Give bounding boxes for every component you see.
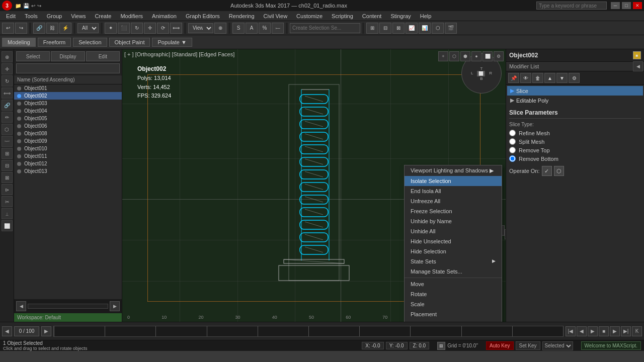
move-button[interactable]: ✛ [144, 23, 156, 34]
ctx-unhide-by-name[interactable]: Unhide by Name [405, 216, 502, 226]
link-button[interactable]: 🔗 [33, 23, 45, 34]
menu-views[interactable]: Views [67, 12, 90, 20]
menu-rendering[interactable]: Rendering [225, 12, 259, 20]
grid-icon[interactable]: ⊞ [437, 342, 445, 350]
vp-add-btn[interactable]: + [438, 51, 448, 61]
tab-selection[interactable]: Selection [73, 38, 107, 47]
menu-scripting[interactable]: Scripting [328, 12, 357, 20]
mod-enable-btn[interactable]: 👁 [520, 73, 531, 83]
radio-remove-bottom[interactable]: Remove Bottom [509, 154, 641, 163]
pivot-tool-icon[interactable]: ⊠ [2, 172, 13, 183]
tab-modeling[interactable]: Modeling [2, 38, 36, 47]
pb-stop-btn[interactable]: ■ [599, 326, 609, 336]
menu-animation[interactable]: Animation [148, 12, 181, 20]
list-item[interactable]: Object011 [14, 152, 122, 160]
list-item[interactable]: Object002 [14, 92, 122, 100]
box-icon[interactable]: ⬜ [2, 220, 13, 231]
list-item[interactable]: Object009 [14, 137, 122, 145]
mod-move-down-btn[interactable]: ▼ [556, 73, 568, 83]
select-button[interactable]: ✦ [105, 23, 117, 34]
pb-next-btn[interactable]: ▶ [610, 326, 620, 336]
redo-button[interactable]: ↪ [15, 23, 27, 34]
object-search-input[interactable] [16, 63, 120, 73]
maximize-button[interactable]: □ [622, 2, 631, 9]
cmd-tab-display[interactable]: Display [51, 51, 85, 61]
operate-grid-icon[interactable]: ⬡ [554, 166, 564, 176]
menu-group[interactable]: Group [43, 12, 66, 20]
panel-expand-icon[interactable]: ◀ [633, 61, 643, 71]
tab-object-paint[interactable]: Object Paint [109, 38, 150, 47]
pb-play-btn[interactable]: ▶ [588, 326, 598, 336]
freeform-icon[interactable]: 〰 [2, 136, 13, 147]
selection-set-input[interactable] [290, 23, 360, 33]
vp-sphere-btn[interactable]: ● [471, 51, 481, 61]
scale-tool-icon[interactable]: ⟺ [2, 87, 13, 99]
vp-wireframe-btn[interactable]: ⬜ [482, 51, 493, 61]
list-item[interactable]: Object003 [14, 100, 122, 107]
auto-key-btn[interactable]: Auto Key [486, 341, 514, 350]
slice-tool-icon[interactable]: ⬡ [2, 124, 13, 135]
cmd-tab-edit[interactable]: Edit [86, 51, 120, 61]
mirror-button[interactable]: ⊞ [366, 23, 378, 34]
menu-content[interactable]: Content [358, 12, 386, 20]
menu-help[interactable]: Help [416, 12, 436, 20]
ctx-unhide-all[interactable]: Unhide All [405, 226, 502, 236]
vp-settings-btn[interactable]: ⚙ [494, 51, 504, 61]
toolbar-icon[interactable]: ↪ [37, 3, 41, 9]
select-region-button[interactable]: ⬛ [118, 23, 130, 34]
magnet-icon[interactable]: ⊳ [2, 184, 13, 195]
mod-pin-btn[interactable]: 📌 [508, 73, 519, 83]
vp-shading-btn[interactable]: ⬢ [460, 51, 470, 61]
ctx-scale[interactable]: Scale [405, 299, 502, 309]
cmd-tab-select[interactable]: Select [16, 51, 50, 61]
list-item[interactable]: Object005 [14, 115, 122, 122]
modifier-slice[interactable]: ▶ Slice [507, 86, 643, 96]
operate-check-icon[interactable]: ✓ [542, 166, 552, 176]
ctx-move[interactable]: Move [405, 279, 502, 289]
ctx-unfreeze-all[interactable]: Unfreeze All [405, 196, 502, 206]
mod-move-up-btn[interactable]: ▲ [544, 73, 555, 83]
scroll-left-btn[interactable]: ◀ [16, 301, 26, 311]
align-tool-icon[interactable]: ⊞ [2, 148, 13, 159]
move-tool-icon[interactable]: ✛ [2, 63, 13, 74]
ctx-end-isola[interactable]: End Isola All [405, 186, 502, 196]
pb-last-btn[interactable]: ▶| [621, 326, 631, 336]
snap-toggle[interactable]: S [232, 23, 245, 34]
tab-populate[interactable]: Populate ▼ [152, 38, 192, 47]
pb-first-btn[interactable]: |◀ [566, 326, 576, 336]
radio-refine-mesh[interactable]: Refine Mesh [509, 129, 641, 137]
curve-editor-button[interactable]: 📈 [406, 23, 418, 34]
pb-key-mode-btn[interactable]: K [632, 326, 642, 336]
select-tool-icon[interactable]: ⊕ [2, 51, 13, 62]
layer-button[interactable]: ⊠ [392, 23, 405, 34]
select-rotate-button[interactable]: ↻ [131, 23, 143, 34]
list-item[interactable]: Object010 [14, 145, 122, 152]
menu-civil-view[interactable]: Civil View [260, 12, 291, 20]
menu-stingray[interactable]: Stingray [386, 12, 415, 20]
percent-snap[interactable]: % [259, 23, 271, 34]
ctx-isolate-selection[interactable]: Isolate Selection [405, 176, 502, 186]
timeline-prev-btn[interactable]: ◀ [2, 326, 12, 336]
scroll-bar[interactable] [28, 304, 108, 309]
paint-tool-icon[interactable]: ✏ [2, 112, 13, 123]
mod-config-btn[interactable]: ⚙ [569, 73, 580, 83]
rotate-button[interactable]: ⟳ [157, 23, 169, 34]
render-button[interactable]: 🎬 [445, 23, 457, 34]
filter-dropdown[interactable]: All [77, 23, 99, 33]
ctx-viewport-lighting[interactable]: Viewport Lighting and Shadows ▶ [405, 165, 502, 176]
menu-tools[interactable]: Tools [21, 12, 42, 20]
object-color-swatch[interactable]: ■ [633, 51, 641, 59]
unlink-button[interactable]: ⛓ [46, 23, 58, 34]
ctx-hide-unselected[interactable]: Hide Unselected [405, 236, 502, 246]
menu-graph-editors[interactable]: Graph Editors [182, 12, 224, 20]
menu-create[interactable]: Create [91, 12, 115, 20]
ctx-state-sets[interactable]: State Sets [405, 256, 502, 266]
knife2-icon[interactable]: ⟂ [2, 208, 13, 219]
knife-icon[interactable]: ✂ [2, 196, 13, 207]
bind-button[interactable]: ⚡ [59, 23, 71, 34]
timeline-next-btn[interactable]: ▶ [41, 326, 51, 336]
scroll-right-btn[interactable]: ▶ [110, 301, 120, 311]
menu-edit[interactable]: Edit [2, 12, 20, 20]
modifier-editable-poly[interactable]: ▶ Editable Poly [507, 96, 643, 105]
spinner-snap[interactable]: ⟝ [272, 23, 284, 34]
